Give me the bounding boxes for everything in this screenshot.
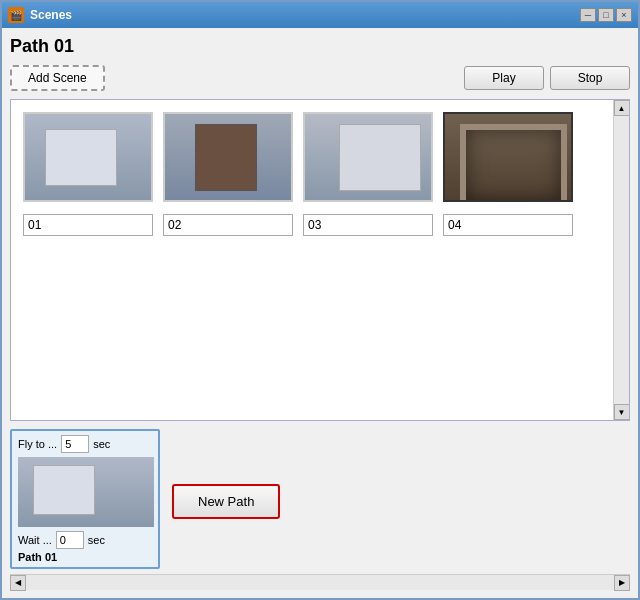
building-graphic-1: [25, 114, 151, 200]
window-controls: ─ □ ×: [580, 8, 632, 22]
scenes-content: [11, 100, 629, 248]
label-row: [23, 214, 601, 236]
fly-to-input[interactable]: [61, 435, 89, 453]
scene-label-2[interactable]: [163, 214, 293, 236]
add-scene-button[interactable]: Add Scene: [10, 65, 105, 91]
app-icon: 🎬: [8, 7, 24, 23]
fly-to-label: Fly to ...: [18, 438, 57, 450]
title-bar: 🎬 Scenes ─ □ ×: [2, 2, 638, 28]
minimize-button[interactable]: ─: [580, 8, 596, 22]
scene-image-4: [443, 112, 573, 202]
wait-input[interactable]: [56, 531, 84, 549]
scroll-h-track[interactable]: [26, 575, 614, 590]
thumbnails-row: [23, 112, 601, 202]
building-graphic-4: [445, 114, 571, 200]
building-graphic-3: [305, 114, 431, 200]
play-button[interactable]: Play: [464, 66, 544, 90]
scene-label-1[interactable]: [23, 214, 153, 236]
scene-thumb-3[interactable]: [303, 112, 433, 202]
vertical-scrollbar[interactable]: ▲ ▼: [613, 100, 629, 420]
horizontal-scrollbar[interactable]: ◀ ▶: [10, 574, 630, 590]
building-graphic-2: [165, 114, 291, 200]
main-window: 🎬 Scenes ─ □ × Path 01 Add Scene Play St…: [0, 0, 640, 600]
bottom-panel: Fly to ... sec Wait ... sec Path 01 New …: [10, 429, 630, 574]
scene-image-2: [163, 112, 293, 202]
path-thumbnail[interactable]: [18, 457, 154, 527]
scene-thumb-1[interactable]: [23, 112, 153, 202]
path-card: Fly to ... sec Wait ... sec Path 01: [10, 429, 160, 569]
window-title: Scenes: [30, 8, 580, 22]
scene-thumb-2[interactable]: [163, 112, 293, 202]
stop-button[interactable]: Stop: [550, 66, 630, 90]
wait-label: Wait ...: [18, 534, 52, 546]
maximize-button[interactable]: □: [598, 8, 614, 22]
scene-image-1: [23, 112, 153, 202]
scroll-down-button[interactable]: ▼: [614, 404, 630, 420]
scene-image-3: [303, 112, 433, 202]
new-path-button[interactable]: New Path: [172, 484, 280, 519]
wait-row: Wait ... sec: [18, 531, 152, 549]
scroll-up-button[interactable]: ▲: [614, 100, 630, 116]
close-button[interactable]: ×: [616, 8, 632, 22]
wait-sec-label: sec: [88, 534, 105, 546]
window-body: Path 01 Add Scene Play Stop: [2, 28, 638, 598]
scene-label-3[interactable]: [303, 214, 433, 236]
path-name-label: Path 01: [18, 551, 152, 563]
fly-to-row: Fly to ... sec: [18, 435, 152, 453]
scene-label-4[interactable]: [443, 214, 573, 236]
scenes-area: ▲ ▼: [10, 99, 630, 421]
page-title: Path 01: [10, 36, 630, 57]
toolbar: Add Scene Play Stop: [10, 65, 630, 91]
scroll-track[interactable]: [614, 116, 629, 404]
scene-thumb-4[interactable]: [443, 112, 573, 202]
fly-sec-label: sec: [93, 438, 110, 450]
scroll-left-button[interactable]: ◀: [10, 575, 26, 591]
scroll-right-button[interactable]: ▶: [614, 575, 630, 591]
